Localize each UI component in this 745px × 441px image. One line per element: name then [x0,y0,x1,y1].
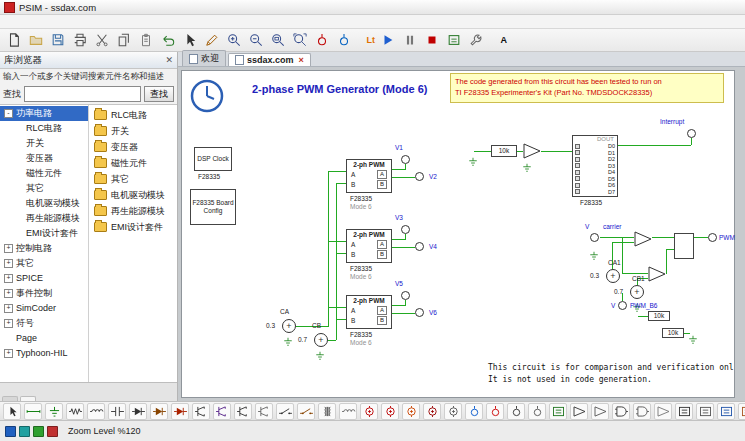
zoom-fit-icon[interactable] [290,30,310,50]
tree-item[interactable]: - 功率电路 [0,106,88,121]
adc-icon[interactable] [717,403,735,420]
wrench-tool-icon[interactable] [466,30,486,50]
pause-simulation-icon[interactable] [400,30,420,50]
expand-icon[interactable] [14,139,23,148]
switch-icon[interactable] [276,403,294,420]
tab-close-icon[interactable]: × [299,55,304,65]
tree-item[interactable]: 其它 [0,181,88,196]
dac-icon[interactable] [738,403,745,420]
ammeter-icon[interactable] [528,403,546,420]
comparator-icon[interactable] [591,403,609,420]
latch-block[interactable] [674,233,694,259]
library-folder-item[interactable]: 电机驱动模块 [89,187,177,203]
source-ca1[interactable]: + [606,269,620,283]
ground-icon[interactable] [45,403,63,420]
mux-icon[interactable] [696,403,714,420]
not-gate-icon[interactable] [654,403,672,420]
simview-icon[interactable] [444,30,464,50]
voltage-probe-v3[interactable] [401,225,410,234]
expand-icon[interactable]: + [4,289,13,298]
transformer-icon[interactable] [318,403,336,420]
tree-item[interactable]: + 控制电路 [0,241,88,256]
flipflop-icon[interactable] [675,403,693,420]
dc-source-icon[interactable] [360,403,378,420]
pwm-block-1[interactable]: 2-ph PWM AA BB [346,159,392,193]
pwm-b6-probe[interactable] [618,301,627,310]
select-pointer-icon[interactable] [3,403,21,420]
resistor-10k-1[interactable]: 10k [648,311,670,321]
tree-item[interactable]: + 事件控制 [0,286,88,301]
schematic-sheet[interactable]: 2-phase PWM Generator (Mode 6) The code … [181,70,735,398]
wire-icon[interactable] [24,403,42,420]
status-icon-teal[interactable] [19,426,30,437]
voltage-probe-icon[interactable] [312,30,332,50]
zener-icon[interactable] [150,403,168,420]
opamp-icon[interactable] [570,403,588,420]
tree-item[interactable]: 开关 [0,136,88,151]
library-search-button[interactable]: 查找 [144,86,174,102]
status-icon-red[interactable] [47,426,58,437]
tree-item[interactable]: 磁性元件 [0,166,88,181]
select-pointer-icon[interactable] [180,30,200,50]
voltage-probe-v1[interactable] [401,155,410,164]
document-tab[interactable]: ssdax.com × [228,53,311,66]
thyristor-icon[interactable] [171,403,189,420]
pwm-block-3[interactable]: 2-ph PWM AA BB [346,295,392,329]
library-folder-item[interactable]: 变压器 [89,139,177,155]
comparator-2[interactable] [648,266,666,282]
library-search-input[interactable] [24,86,141,102]
voltmeter-icon[interactable] [507,403,525,420]
undo-icon[interactable] [158,30,178,50]
capacitor-icon[interactable] [108,403,126,420]
dout-block[interactable]: DOUT D0 D1 D2 [572,135,618,197]
library-folder-item[interactable]: 其它 [89,171,177,187]
controlled-source-icon[interactable] [444,403,462,420]
sine-source-icon[interactable] [381,403,399,420]
source-cb[interactable]: + [314,333,328,347]
dsp-clock-block[interactable]: DSP Clock [194,147,232,171]
expand-icon[interactable] [14,169,23,178]
resistor-icon[interactable] [66,403,84,420]
new-file-icon[interactable] [4,30,24,50]
expand-icon[interactable]: + [4,244,13,253]
library-folder-item[interactable]: 磁性元件 [89,155,177,171]
voltage-probe-v2[interactable] [415,172,424,181]
library-folder-item[interactable]: RLC电路 [89,107,177,123]
diode-icon[interactable] [129,403,147,420]
zoom-in-icon[interactable] [224,30,244,50]
status-icon-blue[interactable] [5,426,16,437]
comparator-1[interactable] [634,231,652,247]
expand-icon[interactable]: + [4,349,13,358]
voltage-probe-v5[interactable] [401,291,410,300]
and-gate-icon[interactable] [612,403,630,420]
tree-item[interactable]: RLC电路 [0,121,88,136]
paste-icon[interactable] [136,30,156,50]
current-probe-icon[interactable] [334,30,354,50]
tree-item[interactable]: + 其它 [0,256,88,271]
resistor-10k-2[interactable]: 10k [662,328,684,338]
expand-icon[interactable]: - [4,109,13,118]
open-file-icon[interactable] [26,30,46,50]
board-config-block[interactable]: F28335 Board Config [190,189,236,225]
print-icon[interactable] [70,30,90,50]
current-probe-icon[interactable] [486,403,504,420]
stop-simulation-icon[interactable] [422,30,442,50]
expand-icon[interactable]: + [4,259,13,268]
ltspice-badge[interactable]: Lt [356,30,376,50]
expand-icon[interactable] [14,184,23,193]
current-source-icon[interactable] [423,403,441,420]
library-folder-item[interactable]: 再生能源模块 [89,203,177,219]
npn-icon[interactable] [234,403,252,420]
expand-icon[interactable] [14,214,23,223]
square-source-icon[interactable] [402,403,420,420]
pnp-icon[interactable] [255,403,273,420]
scope-icon[interactable] [549,403,567,420]
tree-item[interactable]: + SPICE [0,271,88,286]
expand-icon[interactable] [14,229,23,238]
or-gate-icon[interactable] [633,403,651,420]
tree-item[interactable]: Page [0,331,88,346]
expand-icon[interactable] [14,199,23,208]
tree-item[interactable]: EMI设计套件 [0,226,88,241]
voltage-probe-icon[interactable] [465,403,483,420]
expand-icon[interactable] [14,154,23,163]
